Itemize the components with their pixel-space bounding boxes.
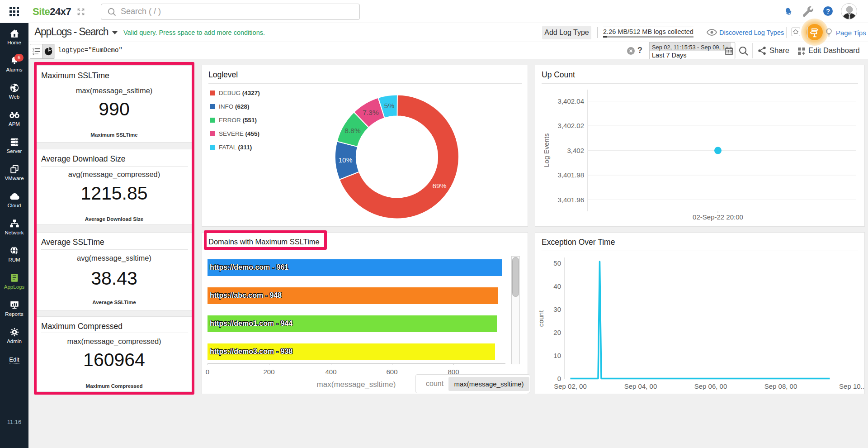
svg-text:0: 0 bbox=[557, 375, 561, 382]
svg-text:40: 40 bbox=[553, 282, 561, 290]
svg-text:30: 30 bbox=[553, 305, 561, 313]
svg-text:02-Sep-22 20:00: 02-Sep-22 20:00 bbox=[693, 213, 743, 221]
svg-text:3,402.04: 3,402.04 bbox=[558, 97, 584, 105]
svg-text:8.8%: 8.8% bbox=[344, 127, 361, 134]
svg-text:3,401.98: 3,401.98 bbox=[558, 171, 584, 179]
svg-text:Log Events: Log Events bbox=[542, 133, 550, 167]
svg-text:20: 20 bbox=[553, 329, 561, 336]
svg-text:10%: 10% bbox=[338, 156, 352, 164]
svg-text:3,402.02: 3,402.02 bbox=[558, 122, 584, 129]
svg-text:count: count bbox=[537, 310, 545, 327]
svg-text:Sep 10..: Sep 10.. bbox=[839, 382, 864, 390]
svg-text:10: 10 bbox=[553, 352, 561, 359]
svg-text:Sep 06, 00: Sep 06, 00 bbox=[694, 382, 727, 390]
svg-text:Sep 02, 00: Sep 02, 00 bbox=[554, 382, 587, 390]
svg-text:Sep 08, 00: Sep 08, 00 bbox=[764, 382, 797, 390]
svg-text:Sep 04, 00: Sep 04, 00 bbox=[624, 382, 657, 390]
svg-text:50: 50 bbox=[553, 259, 561, 267]
svg-text:7.3%: 7.3% bbox=[363, 109, 379, 116]
svg-text:5%: 5% bbox=[384, 102, 395, 110]
svg-text:69%: 69% bbox=[432, 182, 446, 190]
svg-text:3,402: 3,402 bbox=[567, 147, 584, 154]
svg-text:3,401.96: 3,401.96 bbox=[558, 196, 584, 204]
